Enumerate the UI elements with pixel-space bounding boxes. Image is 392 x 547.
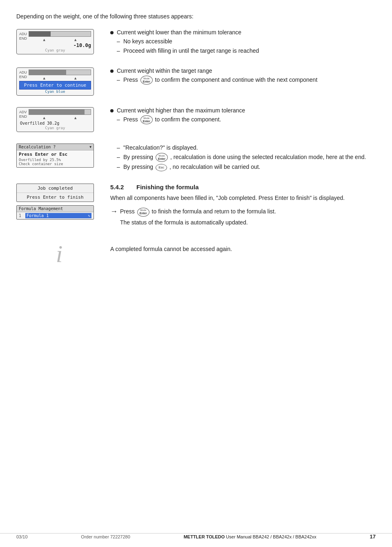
arrow-row: → Press Mode Enter to finish the formula…: [110, 207, 376, 216]
formula-name-box: Formula 1 ✎: [25, 213, 91, 218]
recalc-device: Recalculation ? ▼ Press Enter or Esc Ove…: [16, 143, 102, 168]
device-mock-3: ADVEND ▲▲ Overfilled 30.2g Cyan gray: [16, 107, 94, 132]
status2-content: Current weight within the target range P…: [110, 67, 376, 85]
device-screen-blue: Press Enter to continue: [19, 81, 91, 90]
section-title-row: 5.4.2 Finishing the formula: [110, 184, 376, 191]
recalc-dash3: By pressing Esc , no recalculation will …: [110, 163, 376, 171]
device-bar-2: [29, 69, 91, 75]
esc-key: Esc: [156, 164, 167, 171]
formula-mock: Formula Management 1 Formula 1 ✎: [16, 205, 94, 220]
status3-section: ADVEND ▲▲ Overfilled 30.2g Cyan gray: [16, 107, 376, 132]
dropdown-arrow: ▼: [89, 145, 91, 149]
device-adu-label-2: ADUEND: [19, 70, 27, 79]
status2-device: ADUEND ▲▲ Press Enter to continue Cyan b…: [16, 67, 102, 96]
info-section: i A completed formula cannot be accessed…: [16, 238, 376, 266]
section-title: Finishing the formula: [136, 184, 199, 191]
intro-text: Depending on the weight, one of the foll…: [16, 12, 376, 21]
device-color-3: Cyan gray: [19, 126, 91, 130]
status1-device: ADUEND ▲▲ -10.0g Cyan gray: [16, 29, 102, 54]
mode-enter-key-3: Mode Enter: [156, 153, 168, 162]
device-bar-1: [29, 31, 91, 37]
footer-page: 17: [370, 534, 376, 540]
mode-enter-key-4: Mode Enter: [137, 208, 149, 217]
device-weight: -10.0g: [19, 43, 91, 48]
device-bar-fill-2: [29, 70, 66, 75]
recalc-section: Recalculation ? ▼ Press Enter or Esc Ove…: [16, 143, 376, 172]
device-adv-label: ADVEND: [19, 110, 27, 119]
page: Depending on the weight, one of the foll…: [0, 0, 392, 547]
status1-dash1: No keys accessible: [110, 37, 376, 46]
formula-edit-icon: ✎: [88, 214, 90, 218]
status3-content: Current weight higher than the maximum t…: [110, 107, 376, 125]
recalc-mock: Recalculation ? ▼ Press Enter or Esc Ove…: [16, 143, 94, 168]
bullet-dot: [110, 31, 114, 34]
device-arrows: ▲▲: [29, 38, 91, 42]
device-overfill: Overfilled 30.2g: [19, 121, 91, 126]
device-color-2: Cyan blue: [19, 90, 91, 94]
status1-section: ADUEND ▲▲ -10.0g Cyan gray Curr: [16, 29, 376, 56]
device-mock-2: ADUEND ▲▲ Press Enter to continue Cyan b…: [16, 67, 94, 96]
device-bar-3: [29, 109, 91, 115]
device-adu-label: ADUEND: [19, 32, 27, 41]
status2-bullet: Current weight within the target range: [110, 67, 376, 74]
info-content: A completed formula cannot be accessed a…: [110, 238, 376, 253]
bullet-dot-2: [110, 69, 114, 73]
footer-brand: METTLER TOLEDO User Manual BBA242 / BBA2…: [184, 534, 316, 539]
recalc-dash2: By pressing Mode Enter , recalculation i…: [110, 153, 376, 162]
status3-dash1: Press Mode Enter to confirm the componen…: [110, 115, 376, 124]
intro-section: Depending on the weight, one of the foll…: [16, 12, 376, 21]
section-number: 5.4.2: [110, 184, 131, 191]
status3-bullet: Current weight higher than the maximum t…: [110, 107, 376, 114]
device-mock-1: ADUEND ▲▲ -10.0g Cyan gray: [16, 29, 94, 54]
status1-content: Current weight lower than the minimum to…: [110, 29, 376, 56]
status3-device: ADVEND ▲▲ Overfilled 30.2g Cyan gray: [16, 107, 102, 132]
footer-order: Order number 72227280: [81, 534, 130, 539]
device-bar-fill-3: [29, 110, 85, 114]
info-text: A completed formula cannot be accessed a…: [110, 245, 376, 253]
footer-date: 03/10: [16, 534, 28, 539]
recalc-body: Press Enter or Esc Overfilled by 25.5% C…: [17, 150, 94, 167]
device-bar-fill: [29, 31, 51, 36]
device-color: Cyan gray: [19, 48, 91, 52]
device-arrows-3: ▲▲: [29, 116, 91, 120]
recalc-dash1: "Recalculation?" is displayed.: [110, 143, 376, 152]
mode-enter-key-1: Mode Enter: [140, 76, 153, 85]
arrow-right-icon: →: [110, 207, 118, 216]
arrow-text2: The status of the formula is automatical…: [120, 218, 376, 227]
footer: 03/10 Order number 72227280 METTLER TOLE…: [0, 533, 392, 540]
formula-row: 1 Formula 1 ✎: [17, 212, 94, 219]
section542-row: Job completed Press Enter to finish Form…: [16, 184, 376, 226]
info-icon-container: i: [16, 238, 102, 266]
device-arrows-2: ▲▲: [29, 76, 91, 80]
status2-section: ADUEND ▲▲ Press Enter to continue Cyan b…: [16, 67, 376, 96]
status1-dash2: Proceed with filling in until the target…: [110, 47, 376, 55]
recalc-content: "Recalculation?" is displayed. By pressi…: [110, 143, 376, 172]
status2-dash1: Press Mode Enter to confirm the componen…: [110, 76, 376, 85]
section542-content: 5.4.2 Finishing the formula When all com…: [110, 184, 376, 226]
info-icon: i: [56, 242, 63, 266]
section-body: When all components have been filled in,…: [110, 194, 376, 202]
arrow-text: Press Mode Enter to finish the formula a…: [120, 207, 276, 216]
job-row-2: Press Enter to finish: [17, 193, 94, 202]
mode-enter-key-2: Mode Enter: [140, 115, 153, 124]
recalc-title-bar: Recalculation ? ▼: [17, 144, 94, 150]
formula-header: Formula Management: [17, 206, 94, 212]
status1-bullet: Current weight lower than the minimum to…: [110, 29, 376, 36]
formula-num: 1: [19, 213, 25, 218]
bullet-dot-3: [110, 109, 114, 112]
job-mock: Job completed Press Enter to finish: [16, 184, 94, 202]
section542-devices: Job completed Press Enter to finish Form…: [16, 184, 102, 220]
job-row-1: Job completed: [17, 184, 94, 193]
